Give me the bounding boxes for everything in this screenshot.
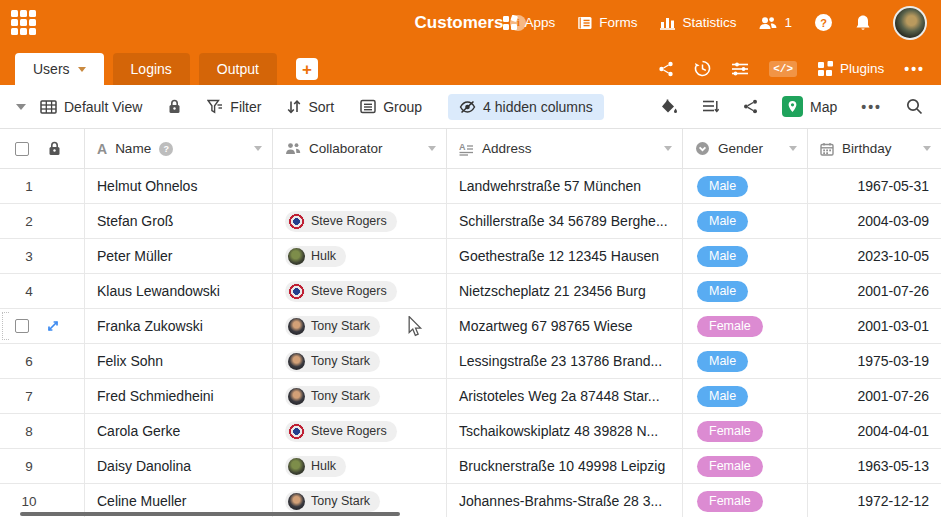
search-button[interactable] [906,98,923,115]
history-button[interactable] [694,60,711,77]
table-row[interactable]: 6 Felix Sohn Tony Stark Lessingstraße 23… [0,344,941,379]
collaborator-cell[interactable]: Hulk [273,239,447,273]
column-help-icon[interactable]: ? [159,142,173,156]
row-head-cell[interactable]: 3 [0,239,85,273]
nav-apps[interactable]: Apps [502,15,555,31]
table-row[interactable]: 9 Daisy Danolina Hulk Brucknerstraße 10 … [0,449,941,484]
collaborator-cell[interactable]: Tony Stark [273,309,447,343]
row-head-cell[interactable]: 4 [0,274,85,308]
share-base-button[interactable] [658,61,674,77]
tab-output[interactable]: Output [199,53,277,85]
api-code-button[interactable]: </> [769,61,797,77]
row-head-cell[interactable]: 7 [0,379,85,413]
address-cell[interactable]: Lessingstraße 23 13786 Brand... [447,344,683,378]
birthday-cell[interactable]: 1967-05-31 [808,169,941,203]
name-cell[interactable]: Carola Gerke [85,414,273,448]
address-cell[interactable]: Johannes-Brahms-Straße 28 3... [447,484,683,517]
column-menu-icon[interactable] [664,146,672,151]
birthday-cell[interactable]: 1975-03-19 [808,344,941,378]
gender-cell[interactable]: Female [683,449,808,483]
column-menu-icon[interactable] [923,146,931,151]
tab-logins[interactable]: Logins [113,53,190,85]
fill-color-button[interactable] [660,99,678,115]
name-cell[interactable]: Stefan Groß [85,204,273,238]
birthday-cell[interactable]: 2001-07-26 [808,274,941,308]
nav-forms[interactable]: Forms [577,15,637,31]
row-head-cell[interactable]: 1 [0,169,85,203]
row-height-button[interactable] [702,99,719,114]
address-cell[interactable]: Landwehrstraße 57 München [447,169,683,203]
gender-cell[interactable]: Male [683,344,808,378]
address-cell[interactable]: Aristoteles Weg 2a 87448 Star... [447,379,683,413]
notifications-button[interactable] [855,14,871,32]
collaborator-cell[interactable] [273,169,447,203]
collaborator-cell[interactable]: Tony Stark [273,344,447,378]
collapse-views-icon[interactable] [16,104,26,110]
address-cell[interactable]: Schillerstraße 34 56789 Berghe... [447,204,683,238]
table-row[interactable]: 7 Fred Schmiedheini Tony Stark Aristotel… [0,379,941,414]
gender-cell[interactable]: Male [683,274,808,308]
name-cell[interactable]: Klaus Lewandowski [85,274,273,308]
plugins-button[interactable]: Plugins [817,61,884,77]
address-cell[interactable]: Tschaikowskiplatz 48 39828 N... [447,414,683,448]
table-row[interactable]: 3 Peter Müller Hulk Goethestraße 12 1234… [0,239,941,274]
main-menu-button[interactable] [0,0,46,45]
sort-button[interactable]: Sort [287,99,334,115]
map-plugin-button[interactable]: Map [782,96,837,117]
name-cell[interactable]: Helmut Ohnelos [85,169,273,203]
row-head-cell[interactable]: 9 [0,449,85,483]
name-cell[interactable]: Daisy Danolina [85,449,273,483]
gender-cell[interactable]: Female [683,309,808,343]
gender-cell[interactable]: Male [683,379,808,413]
table-row[interactable]: 1 Helmut Ohnelos Landwehrstraße 57 Münch… [0,169,941,204]
address-cell[interactable]: Goethestraße 12 12345 Hausen [447,239,683,273]
lock-view-button[interactable] [168,99,181,114]
table-row[interactable]: 2 Stefan Groß Steve Rogers Schillerstraß… [0,204,941,239]
column-header-gender[interactable]: Gender [683,129,808,168]
horizontal-scrollbar[interactable] [20,512,400,516]
gender-cell[interactable]: Male [683,169,808,203]
birthday-cell[interactable]: 2004-04-01 [808,414,941,448]
row-head-cell[interactable]: 8 [0,414,85,448]
birthday-cell[interactable]: 2004-03-09 [808,204,941,238]
name-cell[interactable]: Fred Schmiedheini [85,379,273,413]
birthday-cell[interactable]: 2001-07-26 [808,379,941,413]
collaborator-cell[interactable]: Tony Stark [273,379,447,413]
gender-cell[interactable]: Female [683,484,808,517]
address-cell[interactable]: Mozartweg 67 98765 Wiese [447,309,683,343]
collaborators-indicator[interactable]: 1 [758,15,792,31]
collaborator-cell[interactable]: Steve Rogers [273,414,447,448]
row-checkbox[interactable] [15,319,29,333]
address-cell[interactable]: Brucknerstraße 10 49998 Leipzig [447,449,683,483]
gender-cell[interactable]: Male [683,239,808,273]
select-all-checkbox[interactable] [15,142,29,156]
address-cell[interactable]: Nietzscheplatz 21 23456 Burg [447,274,683,308]
expand-row-icon[interactable] [46,319,60,333]
more-tools-button[interactable]: ••• [861,99,882,115]
name-cell[interactable]: Franka Zukowski [85,309,273,343]
row-head-cell[interactable]: 5 [0,309,85,343]
column-menu-icon[interactable] [428,146,436,151]
name-cell[interactable]: Peter Müller [85,239,273,273]
row-head-cell[interactable]: 2 [0,204,85,238]
collaborator-cell[interactable]: Hulk [273,449,447,483]
group-button[interactable]: Group [360,99,422,115]
column-header-name[interactable]: A Name ? [85,129,273,168]
hidden-columns-button[interactable]: 4 hidden columns [448,94,604,120]
filter-button[interactable]: Filter [207,99,261,115]
share-view-button[interactable] [743,99,758,114]
collaborator-cell[interactable]: Steve Rogers [273,274,447,308]
help-button[interactable]: ? [814,13,833,32]
settings-button[interactable] [731,61,749,77]
birthday-cell[interactable]: 2001-03-01 [808,309,941,343]
column-menu-icon[interactable] [254,146,262,151]
chevron-down-icon[interactable] [78,67,86,72]
nav-statistics[interactable]: Statistics [659,15,736,31]
birthday-cell[interactable]: 1972-12-12 [808,484,941,517]
view-selector[interactable]: Default View [40,99,142,115]
add-table-button[interactable]: + [296,58,318,80]
gender-cell[interactable]: Female [683,414,808,448]
column-menu-icon[interactable] [789,146,797,151]
name-cell[interactable]: Felix Sohn [85,344,273,378]
birthday-cell[interactable]: 1963-05-13 [808,449,941,483]
